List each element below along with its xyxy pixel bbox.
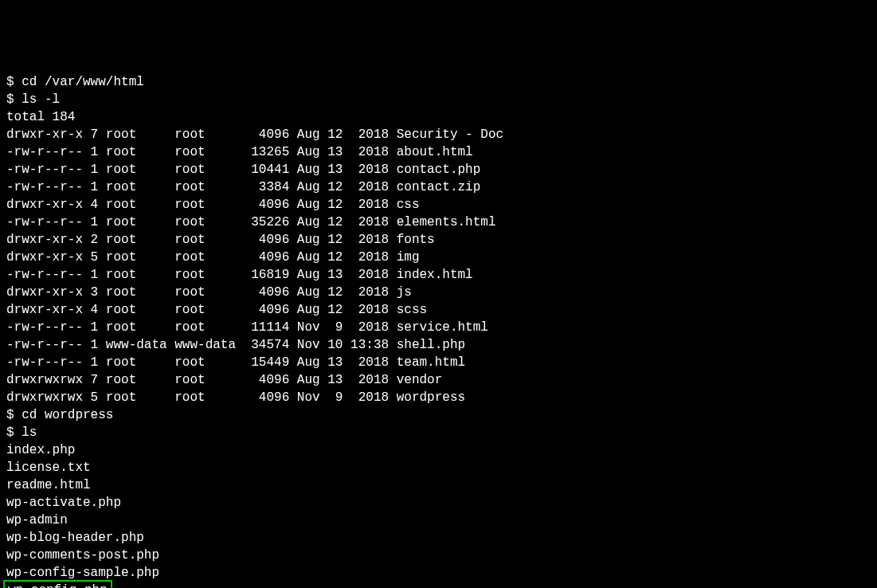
highlighted-file: wp-config.php [3,580,112,588]
ls-row: drwxr-xr-x 4 root root 4096 Aug 12 2018 … [6,301,871,319]
ls-file: readme.html [6,476,871,494]
ls-file: index.php [6,441,871,459]
ls-file: wp-activate.php [6,494,871,512]
ls-row: -rw-r--r-- 1 root root 10441 Aug 13 2018… [6,161,871,178]
ls-row: drwxr-xr-x 5 root root 4096 Aug 12 2018 … [6,249,871,266]
ls-row: -rw-r--r-- 1 root root 35226 Aug 12 2018… [6,214,871,231]
ls-row: drwxr-xr-x 2 root root 4096 Aug 12 2018 … [6,231,871,249]
ls-file: wp-admin [6,512,871,529]
ls-row: -rw-r--r-- 1 root root 15449 Aug 13 2018… [6,354,871,371]
cmd-line: $ ls -l [6,91,871,108]
cmd-line: $ cd /var/www/html [6,73,871,91]
ls-file: wp-comments-post.php [6,547,871,564]
ls-file: wp-config.php [6,582,871,588]
ls-row: -rw-r--r-- 1 www-data www-data 34574 Nov… [6,336,871,354]
ls-row: drwxrwxrwx 7 root root 4096 Aug 13 2018 … [6,371,871,389]
total-line: total 184 [6,108,871,126]
terminal-output: $ cd /var/www/html$ ls -ltotal 184drwxr-… [6,73,871,588]
ls-file: wp-config-sample.php [6,564,871,582]
ls-row: drwxr-xr-x 4 root root 4096 Aug 12 2018 … [6,196,871,214]
ls-row: drwxr-xr-x 3 root root 4096 Aug 12 2018 … [6,284,871,301]
ls-row: -rw-r--r-- 1 root root 11114 Nov 9 2018 … [6,319,871,336]
cmd-line: $ ls [6,424,871,441]
cmd-line: $ cd wordpress [6,406,871,424]
ls-row: drwxr-xr-x 7 root root 4096 Aug 12 2018 … [6,126,871,143]
ls-row: -rw-r--r-- 1 root root 3384 Aug 12 2018 … [6,178,871,196]
ls-file: wp-blog-header.php [6,529,871,547]
ls-row: -rw-r--r-- 1 root root 16819 Aug 13 2018… [6,266,871,284]
ls-row: -rw-r--r-- 1 root root 13265 Aug 13 2018… [6,143,871,161]
ls-row: drwxrwxrwx 5 root root 4096 Nov 9 2018 w… [6,389,871,406]
ls-file: license.txt [6,459,871,476]
